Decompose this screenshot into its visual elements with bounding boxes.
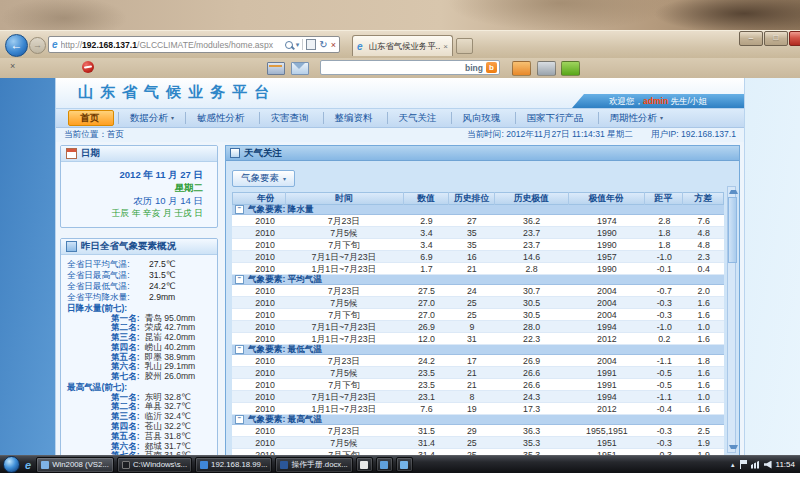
network-icon[interactable] <box>751 461 760 469</box>
table-row[interactable]: 20107月1日~7月23日23.1824.31994-1.11.0 <box>232 391 724 403</box>
taskbar-window-button[interactable]: Win2008 (VS2... <box>36 457 114 473</box>
table-cell: -0.4 <box>645 403 683 415</box>
refresh-icon[interactable]: ↻ <box>319 40 327 50</box>
tray-expand-icon[interactable]: ▴ <box>731 461 735 469</box>
weather-summary-panel: 昨日全省气象要素概况 全省日平均气温:27.5℃全省日最高气温:31.5℃全省日… <box>60 238 218 455</box>
table-row[interactable]: 20107月23日24.21726.92004-1.11.8 <box>232 355 724 367</box>
search-icon[interactable] <box>285 41 293 49</box>
taskbar-window-button[interactable]: 操作手册.docx... <box>275 457 352 473</box>
tab-close-icon[interactable]: × <box>443 42 448 51</box>
back-button[interactable]: ← <box>5 34 28 57</box>
nav-item[interactable]: 数据分析▾ <box>118 112 185 124</box>
table-row[interactable]: 20107月下旬23.52126.61991-0.51.6 <box>232 379 724 391</box>
nav-item[interactable]: 整编资料 <box>323 112 387 124</box>
new-tab-button[interactable] <box>456 38 473 54</box>
table-cell: 2010 <box>246 391 284 403</box>
table-cell: 28.0 <box>495 321 569 333</box>
stat-row: 全省日平均气温:27.5℃ <box>67 259 213 270</box>
collapse-icon[interactable]: − <box>235 345 244 354</box>
maximize-button[interactable]: □ <box>764 31 788 46</box>
addon-orange-icon[interactable] <box>512 61 531 76</box>
minimize-button[interactable]: – <box>739 31 763 46</box>
mail-icon[interactable] <box>291 62 309 75</box>
table-cell: 2012 <box>569 403 645 415</box>
table-row[interactable]: 20107月下旬27.02530.52004-0.31.6 <box>232 309 724 321</box>
table-row[interactable]: 20107月1日~7月23日26.9928.01994-1.01.0 <box>232 321 724 333</box>
forward-button[interactable]: → <box>29 37 46 54</box>
table-cell: -0.5 <box>645 367 683 379</box>
close-button[interactable]: × <box>789 31 800 46</box>
window-icon <box>380 461 388 469</box>
bing-brand-label: bing <box>465 63 483 73</box>
bing-search-input[interactable]: bing b <box>320 60 500 75</box>
browser-tab[interactable]: e 山东省气候业务平... × <box>352 35 453 56</box>
nav-item[interactable]: 首页 <box>68 110 114 126</box>
table-cell: 24.3 <box>495 391 569 403</box>
table-cell: 2004 <box>569 309 645 321</box>
table-row[interactable]: 20107月23日27.52430.72004-0.72.0 <box>232 285 724 297</box>
start-button[interactable] <box>3 456 20 473</box>
nav-item[interactable]: 灾害查询 <box>259 112 323 124</box>
addon-grey-icon[interactable] <box>537 61 556 76</box>
table-row[interactable]: 20107月5候3.43523.719901.84.8 <box>232 227 724 239</box>
table-cell: 2.8 <box>645 215 683 227</box>
table-cell: 1955,1951 <box>569 425 645 437</box>
taskbar-app-icon <box>122 461 130 469</box>
table-row[interactable]: 20107月23日2.92736.219742.87.6 <box>232 215 724 227</box>
element-filter-button[interactable]: 气象要素▾ <box>232 170 295 187</box>
table-row[interactable]: 20107月下旬3.43523.719901.84.8 <box>232 239 724 251</box>
taskbar-window-button[interactable]: 192.168.18.99... <box>195 457 272 473</box>
bing-search-button[interactable]: b <box>486 62 497 73</box>
table-cell: 2004 <box>569 355 645 367</box>
nav-item[interactable]: 风向玫瑰 <box>451 112 515 124</box>
url-text[interactable]: http://192.168.137.1/GLCCLIMATE/modules/… <box>61 40 283 50</box>
stop-icon[interactable]: × <box>331 40 336 50</box>
taskbar-icon-button[interactable] <box>376 457 393 472</box>
command-bar-close-icon[interactable]: × <box>10 61 15 71</box>
table-scrollbar[interactable] <box>727 186 736 453</box>
table-cell: 17 <box>449 355 494 367</box>
table-cell: 2010 <box>246 309 284 321</box>
table-row[interactable]: 20107月5候31.42535.31951-0.31.9 <box>232 437 724 449</box>
nav-item[interactable]: 国家下行产品 <box>515 112 598 124</box>
taskbar-app-icon <box>280 461 288 469</box>
group-header-row[interactable]: − 气象要素: 平均气温 <box>232 275 724 285</box>
table-row[interactable]: 20107月23日31.52936.31955,1951-0.32.5 <box>232 425 724 437</box>
group-header-row[interactable]: − 气象要素: 降水量 <box>232 205 724 215</box>
table-cell: 1994 <box>569 391 645 403</box>
table-row[interactable]: 20107月1日~7月23日6.91614.61957-1.02.3 <box>232 251 724 263</box>
scroll-down-icon[interactable] <box>729 445 738 449</box>
card-reader-icon[interactable] <box>267 62 285 75</box>
table-cell: -0.1 <box>645 263 683 275</box>
nav-item[interactable]: 周期性分析▾ <box>598 112 675 124</box>
collapse-icon[interactable]: − <box>235 275 244 284</box>
table-cell: 7月23日 <box>284 425 404 437</box>
panel-header: 天气关注 <box>226 146 739 161</box>
addon-red-icon[interactable] <box>82 61 94 73</box>
action-center-flag-icon[interactable] <box>739 460 747 469</box>
nav-item[interactable]: 敏感性分析 <box>185 112 259 124</box>
volume-icon[interactable] <box>764 461 772 469</box>
scrollbar-thumb[interactable] <box>728 197 737 263</box>
collapse-icon[interactable]: − <box>235 205 244 214</box>
ie-taskbar-icon[interactable]: e <box>23 458 33 472</box>
address-bar[interactable]: e http://192.168.137.1/GLCCLIMATE/module… <box>48 36 340 53</box>
compatibility-view-icon[interactable] <box>306 39 316 50</box>
taskbar-icon-button[interactable] <box>396 457 413 472</box>
taskbar-icon-button[interactable] <box>356 457 373 472</box>
chevron-down-icon: ▾ <box>283 175 286 182</box>
collapse-icon[interactable]: − <box>235 415 244 424</box>
taskbar-window-button[interactable]: C:\Windows\s... <box>117 457 192 473</box>
stat-row: 全省平均降水量:2.9mm <box>67 292 213 303</box>
search-dropdown-icon[interactable]: ▾ <box>296 41 300 49</box>
scroll-up-icon[interactable] <box>729 190 738 194</box>
nav-item[interactable]: 天气关注 <box>387 112 451 124</box>
table-row[interactable]: 20107月5候23.52126.61991-0.51.6 <box>232 367 724 379</box>
addon-green-icon[interactable] <box>561 61 580 76</box>
table-row[interactable]: 20107月5候27.02530.52004-0.31.6 <box>232 297 724 309</box>
taskbar-clock[interactable]: 11:54 <box>776 460 795 469</box>
table-cell: 17.3 <box>495 403 569 415</box>
group-header-row[interactable]: − 气象要素: 最高气温 <box>232 415 724 425</box>
group-header-row[interactable]: − 气象要素: 最低气温 <box>232 345 724 355</box>
table-cell: 35 <box>449 227 494 239</box>
